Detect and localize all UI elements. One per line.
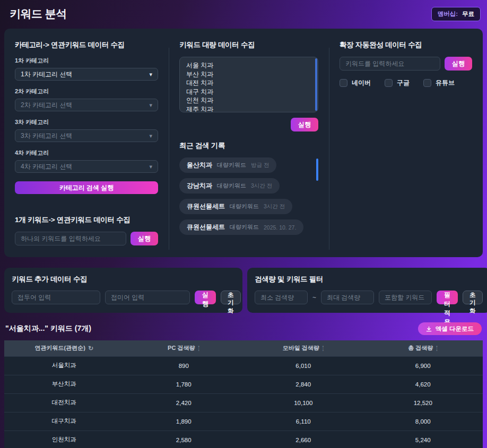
source-checkbox-구글[interactable]: 구글 — [385, 78, 410, 87]
prefix-input[interactable] — [12, 291, 100, 304]
keyword-table: 연관키워드(관련순)↻PC 검색량↑↓모바일 검색량↑↓총 검색량↑↓ 서울치과… — [4, 340, 483, 448]
history-chip[interactable]: 큐원선물세트대량키워드2025. 10. 27. — [179, 219, 303, 235]
column-header[interactable]: PC 검색량↑↓ — [124, 340, 244, 356]
affix-panel-title: 키워드 추가 데이터 수집 — [12, 275, 235, 284]
affix-reset-button[interactable]: 초기화 — [221, 291, 241, 304]
history-time: 3시간 전 — [264, 203, 285, 210]
include-keyword-input[interactable] — [379, 291, 432, 304]
category-select-label: 2차 카테고리 — [15, 87, 158, 95]
cell-mobile-volume: 2,660 — [243, 431, 363, 448]
cell-keyword: 대구치과 — [4, 412, 124, 431]
membership-label: 멤버십: — [438, 10, 458, 18]
column-label: 모바일 검색량 — [283, 344, 319, 352]
history-scrollbar[interactable] — [316, 159, 318, 181]
cell-pc-volume: 890 — [124, 356, 244, 375]
column-header-inner: 모바일 검색량↑↓ — [243, 344, 363, 352]
cell-keyword: 인천치과 — [4, 431, 124, 448]
filter-panel: 검색량 및 키워드 필터 ~ 필터 적용 초기화 — [247, 268, 487, 313]
sort-updown-icon[interactable]: ↑↓ — [436, 346, 438, 351]
single-keyword-section-title: 1개 키워드-> 연관키워드 데이터 수집 — [15, 215, 158, 225]
column-header[interactable]: 총 검색량↑↓ — [363, 340, 483, 356]
max-volume-input[interactable] — [321, 291, 374, 304]
cell-total-volume: 8,000 — [363, 412, 483, 431]
history-chip[interactable]: 큐원선물세트대량키워드3시간 전 — [179, 199, 292, 214]
checkbox-icon[interactable] — [340, 79, 347, 87]
history-list: 울산치과대량키워드방금 전강남치과대량키워드3시간 전큐원선물세트대량키워드3시… — [179, 157, 318, 235]
affix-panel: 키워드 추가 데이터 수집 실행 초기화 — [4, 268, 242, 313]
sort-down-arrow: ↓ — [322, 348, 324, 351]
table-row[interactable]: 인천치과2,5802,6605,240 — [4, 431, 483, 448]
bulk-run-button[interactable]: 실행 — [291, 118, 318, 131]
download-icon — [426, 326, 432, 332]
category-select-group: 2차 카테고리2차 카테고리 선택▾ — [15, 87, 158, 111]
min-volume-input[interactable] — [255, 291, 308, 304]
table-row[interactable]: 대구치과1,8906,1108,000 — [4, 412, 483, 431]
category-select-label: 1차 카테고리 — [15, 57, 158, 65]
cell-mobile-volume: 6,010 — [243, 356, 363, 375]
table-row[interactable]: 대전치과2,42010,10012,520 — [4, 393, 483, 412]
category-select-label: 4차 카테고리 — [15, 149, 158, 157]
chevron-down-icon: ▾ — [149, 102, 152, 109]
cell-mobile-volume: 6,110 — [243, 412, 363, 431]
column-header-inner: 총 검색량↑↓ — [363, 344, 483, 352]
cell-total-volume: 4,620 — [363, 375, 483, 393]
autocomplete-keyword-input[interactable] — [340, 57, 440, 71]
chevron-down-icon: ▾ — [149, 133, 152, 139]
table-row[interactable]: 부산치과1,7802,8404,620 — [4, 375, 483, 393]
textarea-scrollbar[interactable] — [315, 58, 317, 111]
cell-keyword: 대전치과 — [4, 393, 124, 412]
history-chip[interactable]: 강남치과대량키워드3시간 전 — [179, 178, 280, 194]
results-section: "서울치과..." 키워드 (7개) 엑셀 다운로드 연관키워드(관련순)↻PC… — [4, 322, 483, 448]
select-value: 4차 카테고리 선택 — [21, 162, 72, 171]
history-keyword: 큐원선물세트 — [187, 202, 225, 211]
history-keyword: 큐원선물세트 — [187, 223, 225, 232]
category-search-button[interactable]: 카테고리 검색 실행 — [15, 181, 158, 194]
suffix-input[interactable] — [105, 291, 190, 304]
cell-total-volume: 5,240 — [363, 431, 483, 448]
column-label: 연관키워드(관련순) — [35, 344, 85, 352]
column-label: 총 검색량 — [408, 344, 433, 352]
sort-updown-icon[interactable]: ↑↓ — [322, 346, 324, 351]
source-checkbox-유튜브[interactable]: 유튜브 — [423, 78, 455, 87]
sort-refresh-icon[interactable]: ↻ — [88, 345, 93, 352]
history-type: 대량키워드 — [230, 203, 259, 210]
table-row[interactable]: 서울치과8906,0106,900 — [4, 356, 483, 375]
category-select-3[interactable]: 3차 카테고리 선택▾ — [15, 129, 158, 142]
category-select-1[interactable]: 1차 카테고리 선택▾ — [15, 68, 158, 81]
select-value: 2차 카테고리 선택 — [21, 101, 72, 110]
source-checkbox-네이버[interactable]: 네이버 — [340, 78, 371, 87]
membership-badge: 멤버십: 무료 — [431, 7, 481, 21]
single-keyword-input[interactable] — [15, 232, 126, 245]
category-select-4[interactable]: 4차 카테고리 선택▾ — [15, 160, 158, 173]
cell-pc-volume: 1,780 — [124, 375, 244, 393]
bulk-keywords-textarea[interactable] — [179, 57, 318, 112]
checkbox-label: 유튜브 — [436, 78, 455, 87]
page-title: 키워드 분석 — [10, 6, 67, 21]
filter-apply-button[interactable]: 필터 적용 — [437, 291, 458, 304]
category-select-2[interactable]: 2차 카테고리 선택▾ — [15, 99, 158, 111]
filter-reset-button[interactable]: 초기화 — [463, 291, 483, 304]
history-section-title: 최근 검색 기록 — [179, 141, 318, 151]
checkbox-icon[interactable] — [423, 79, 431, 87]
column-header[interactable]: 모바일 검색량↑↓ — [243, 340, 363, 356]
column-header[interactable]: 연관키워드(관련순)↻ — [4, 340, 124, 356]
cell-keyword: 서울치과 — [4, 356, 124, 375]
sort-updown-icon[interactable]: ↑↓ — [197, 346, 199, 351]
filter-panel-title: 검색량 및 키워드 필터 — [255, 275, 483, 284]
affix-run-button[interactable]: 실행 — [195, 291, 216, 304]
select-value: 1차 카테고리 선택 — [21, 70, 72, 79]
history-chip[interactable]: 울산치과대량키워드방금 전 — [179, 157, 276, 173]
autocomplete-run-button[interactable]: 실행 — [445, 57, 472, 71]
checkbox-icon[interactable] — [385, 79, 393, 87]
cell-mobile-volume: 10,100 — [243, 393, 363, 412]
history-time: 2025. 10. 27. — [264, 224, 296, 231]
sort-down-arrow: ↓ — [197, 348, 199, 351]
cell-mobile-volume: 2,840 — [243, 375, 363, 393]
history-type: 대량키워드 — [217, 161, 246, 169]
cell-total-volume: 12,520 — [363, 393, 483, 412]
checkbox-label: 구글 — [397, 78, 410, 87]
single-keyword-run-button[interactable]: 실행 — [131, 232, 158, 245]
bulk-collection-section: 키워드 대량 데이터 수집 실행 최근 검색 기록 울산치과대량키워드방금 전강… — [169, 29, 329, 257]
membership-value: 무료 — [462, 10, 474, 18]
excel-download-button[interactable]: 엑셀 다운로드 — [418, 322, 482, 335]
